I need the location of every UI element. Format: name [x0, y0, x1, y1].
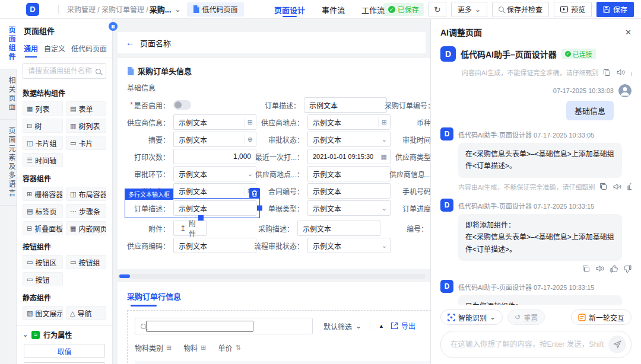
field-enabled[interactable]: *是否启用 — [127, 97, 253, 113]
speaker-icon[interactable] — [617, 69, 625, 76]
rail-tab-related-pages[interactable]: 相关页面 — [0, 69, 17, 120]
process-approval-status-select[interactable]: 示例文本⌄ — [307, 238, 391, 253]
field-doc-type[interactable]: 单据类型 示例文本⌄ — [261, 200, 391, 216]
table-search-input[interactable] — [146, 321, 253, 332]
thumbs-up-icon[interactable] — [631, 69, 632, 76]
breadcrumb[interactable]: 采购管理 / 采购订单管理 / — [67, 4, 148, 14]
chat-input[interactable] — [450, 340, 604, 349]
save-and-check-button[interactable]: 保存并检查 — [492, 2, 549, 17]
panel-tab-general[interactable]: 通用 — [24, 41, 38, 58]
component-item-image-text[interactable]: ▧图文展示 — [23, 306, 63, 320]
component-item-card[interactable]: ▭卡片 — [66, 136, 106, 150]
summary-input[interactable]: 示例文本⊕ — [173, 132, 256, 147]
order-header-form-card[interactable]: 采购订单头信息 基础信息 *是否启用 订单描述 示例文本 采购订单编号 供应商信… — [118, 58, 430, 269]
contract-number-input[interactable]: 示例文本 — [307, 183, 391, 199]
scrollbar-thumb[interactable] — [119, 274, 130, 278]
supplier-info-input[interactable]: 示例文本⊞ — [173, 114, 256, 130]
preview-button[interactable]: 预览 — [554, 2, 592, 17]
component-item-collapse[interactable]: ⊟折叠面板 — [23, 221, 63, 235]
globe-icon[interactable]: ⊕ — [244, 135, 253, 144]
component-item-tabs[interactable]: ▤标签页 — [23, 204, 63, 218]
field-supplier-site[interactable]: 供应商地点 示例文本⊞ — [261, 114, 391, 130]
back-arrow-icon[interactable]: ← — [126, 38, 134, 47]
chevron-down-icon[interactable]: ⌄ — [356, 322, 361, 330]
component-item-button-group[interactable]: ▭按钮组 — [66, 255, 106, 269]
field-phone-number[interactable]: 手机号码 — [395, 183, 430, 199]
field-currency[interactable]: 币种 — [395, 114, 430, 130]
export-button[interactable]: 导出 — [391, 321, 415, 331]
filter-material-category[interactable]: 物料类别⊞ — [135, 343, 172, 353]
resize-handle-right[interactable] — [257, 206, 262, 211]
component-item-list[interactable]: ▦列表 — [23, 101, 63, 116]
print-count-input[interactable]: 1,000 — [173, 149, 256, 164]
field-print-count[interactable]: 打印次数 1,000 — [127, 149, 256, 164]
copy-icon[interactable] — [582, 265, 590, 273]
doc-type-select[interactable]: 示例文本⌄ — [307, 200, 391, 216]
purchase-desc-input[interactable]: 示例文本 — [297, 221, 380, 236]
refresh-button[interactable]: ↻ — [429, 2, 446, 17]
component-item-nav[interactable]: △导航 — [66, 306, 106, 320]
tab-event-flow[interactable]: 事件流 — [322, 0, 345, 19]
field-attachment[interactable]: 附件 ↥附件 — [127, 221, 246, 236]
field-po-number[interactable]: 采购订单编号 — [392, 97, 430, 113]
enabled-toggle[interactable] — [173, 100, 191, 110]
component-item-button[interactable]: ▭按钮 — [23, 272, 63, 286]
supplier-code-input[interactable]: 示例文本 — [173, 238, 256, 253]
field-supplier-info[interactable]: 供应商信息 示例文本⊞ — [127, 114, 256, 130]
component-item-card-group[interactable]: ◫卡片组 — [23, 136, 63, 150]
field-approval-step[interactable]: 审批环节 示例文本⌄ — [127, 166, 256, 181]
component-item-steps[interactable]: ⋯步骤条 — [66, 204, 106, 218]
supplier-site-2-input[interactable]: 示例文本 — [307, 166, 391, 181]
initiator-input[interactable]: 示例文本⊞ — [173, 183, 256, 199]
field-supplier-site-2[interactable]: 供应商地点... 示例文本 — [261, 166, 391, 181]
field-summary[interactable]: 摘要 示例文本⊕ — [127, 132, 256, 147]
component-item-form[interactable]: ▤表单 — [66, 101, 106, 116]
field-order-desc-selected[interactable]: 订单描述 示例文本 多行文本输入框 — [127, 200, 256, 216]
thumbs-down-icon[interactable] — [624, 265, 632, 273]
component-item-timeline[interactable]: ☰时间轴 — [23, 153, 63, 167]
breadcrumb-current[interactable]: 采购... — [150, 4, 172, 15]
field-supplier-code[interactable]: 供应商编码 示例文本 — [127, 238, 256, 253]
field-number[interactable]: 编号 — [385, 221, 430, 236]
default-filter-label[interactable]: 默认筛选 — [323, 321, 352, 331]
field-order-desc[interactable]: 订单描述 示例文本 — [258, 97, 387, 113]
behavior-header[interactable]: ⌄ ≈ 行为属性 — [23, 330, 106, 340]
field-contract-number[interactable]: 合同编号 示例文本 — [261, 183, 391, 199]
speaker-icon[interactable] — [613, 183, 621, 190]
panel-tab-custom[interactable]: 自定义 — [44, 41, 65, 58]
collapse-up-icon[interactable]: ▲ — [379, 323, 384, 329]
component-item-grid-container[interactable]: ⊞栅格容器 — [23, 187, 63, 201]
last-print-time-input[interactable]: 2021-01-01 09:15:30▦ — [307, 149, 391, 164]
field-approval-status[interactable]: 审批状态 示例文本⌄ — [261, 132, 391, 147]
chevron-down-icon[interactable]: ⌄ — [175, 5, 181, 14]
smart-recognition-button[interactable]: 智能识别 ⌄ — [440, 309, 503, 325]
component-item-tree-list[interactable]: ▥树列表 — [66, 119, 106, 133]
order-lines-card[interactable]: 采购订单行信息 默认筛选 ⌄ ▲ 导出 — [118, 282, 430, 364]
delete-component-button[interactable] — [249, 188, 260, 199]
order-desc-textarea[interactable]: 示例文本 — [173, 200, 256, 216]
approval-step-select[interactable]: 示例文本⌄ — [173, 166, 256, 181]
component-item-layout-container[interactable]: ◫布局容器 — [66, 187, 106, 201]
lookup-icon[interactable]: ⊞ — [244, 117, 253, 127]
new-round-button[interactable]: 新一轮交互 — [571, 309, 632, 325]
app-logo-icon[interactable]: D — [26, 3, 39, 16]
field-order-progress[interactable]: 订单进度 — [395, 200, 430, 216]
chat-input-box[interactable] — [440, 331, 632, 358]
chat-area[interactable]: 内容由AI生成，不能保证完全准确，请仔细甄别 07-17-2025 10:33:… — [440, 68, 632, 305]
component-search-input[interactable] — [28, 67, 92, 75]
rail-tab-page-components[interactable]: 页面组件 — [0, 19, 17, 69]
calendar-icon[interactable]: ▦ — [381, 153, 387, 161]
table-search[interactable] — [135, 318, 313, 334]
thumbs-up-icon[interactable] — [610, 265, 618, 273]
filter-unit-price[interactable]: 单价⇅ — [218, 343, 240, 353]
filter-material[interactable]: 物料⊞ — [183, 343, 206, 353]
copy-icon[interactable] — [599, 183, 607, 190]
component-item-tree[interactable]: ⊟树 — [23, 119, 63, 133]
field-last-print-time[interactable]: 最近一次打... 2021-01-01 09:15:30▦ — [261, 149, 391, 164]
supplier-site-input[interactable]: 示例文本⊞ — [307, 114, 391, 130]
field-process-approval-status[interactable]: 流程审批状态 示例文本⌄ — [261, 238, 391, 253]
component-item-button-area[interactable]: ▭按钮区 — [23, 255, 63, 269]
resize-handle-bottom[interactable] — [198, 215, 204, 221]
component-item-iframe[interactable]: ▦内嵌网页 — [66, 221, 106, 235]
close-icon[interactable]: ✕ — [625, 28, 632, 37]
